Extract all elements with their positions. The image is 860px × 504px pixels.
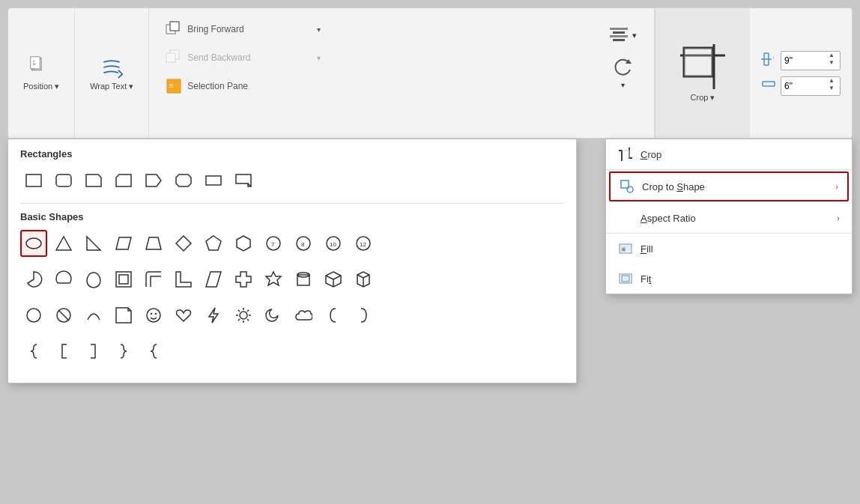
rotate-icon [612,58,633,79]
shape-rounded-rect[interactable] [50,167,77,194]
shape-pentagon[interactable] [200,230,227,257]
svg-line-64 [326,276,333,279]
shape-corner-round[interactable] [140,266,167,293]
height-field-row: ↕ 9" ▲ ▼ [761,51,841,70]
shape-brace-close[interactable] [110,338,137,365]
shape-dodecagon-12[interactable]: 12 [350,230,377,257]
shape-crescent[interactable] [260,302,287,329]
height-spinner[interactable]: ▲ ▼ [826,52,837,70]
height-up[interactable]: ▲ [826,52,837,59]
shape-picker-panel: Rectangles [7,139,577,383]
shape-bracket-one[interactable] [320,302,347,329]
shape-frame[interactable] [110,266,137,293]
crop-menu-crop[interactable]: Crop [606,139,852,170]
svg-marker-41 [87,237,100,250]
shape-ring[interactable] [20,302,47,329]
svg-line-83 [247,310,249,312]
crop-button[interactable]: Crop ▾ [667,40,739,107]
shape-chord[interactable] [50,266,77,293]
svg-line-81 [238,310,240,312]
shape-rect-small[interactable] [200,167,227,194]
shape-no-symbol[interactable] [50,302,77,329]
align-dropdown-arrow: ▾ [632,31,637,40]
shape-cylinder[interactable] [290,266,317,293]
svg-text:≡: ≡ [33,66,35,70]
shape-brace-open[interactable] [20,338,47,365]
height-field[interactable]: 9" ▲ ▼ [781,51,841,70]
shape-heart[interactable] [170,302,197,329]
shape-teardrop[interactable] [80,266,107,293]
crop-menu-fill[interactable]: ▣ Fill [606,234,852,264]
svg-marker-71 [116,308,131,323]
send-backward-arrow: ▾ [317,54,321,62]
align-icon [608,25,629,46]
shape-note[interactable] [110,302,137,329]
selection-pane-button[interactable]: ≡ Selection Pane [160,73,325,100]
shape-star6[interactable] [260,266,287,293]
shape-brace-open2[interactable] [140,338,167,365]
shape-arc[interactable] [80,302,107,329]
shape-hexagon[interactable] [230,230,257,257]
shape-right-triangle[interactable] [80,230,107,257]
shape-smiley[interactable] [140,302,167,329]
shape-snip-rect[interactable] [80,167,107,194]
crop-dropdown-menu: Crop Crop to Shape › Aspect Ratio › [605,139,853,294]
selection-pane-icon: ≡ [165,77,183,95]
svg-text:↕: ↕ [772,55,775,60]
height-down[interactable]: ▼ [826,59,837,67]
shape-parallelogram[interactable] [110,230,137,257]
shape-heptagon-7[interactable]: 7 [260,230,287,257]
svg-marker-40 [56,237,71,250]
shape-bracket-l[interactable] [50,338,77,365]
shape-sun[interactable] [230,302,257,329]
svg-rect-55 [116,272,131,287]
svg-text:7: 7 [271,241,275,248]
width-up[interactable]: ▲ [826,77,837,85]
fit-label: Fit [641,273,840,285]
fill-label: Fill [641,243,840,255]
width-field[interactable]: 6" ▲ ▼ [781,76,841,96]
shape-cube-iso[interactable] [350,266,377,293]
svg-rect-87 [621,180,629,188]
shape-trapezoid[interactable] [140,230,167,257]
wrap-text-icon [100,55,124,79]
bring-forward-button[interactable]: Bring Forward ▾ [160,16,325,43]
crop-menu-aspect-ratio[interactable]: Aspect Ratio › [606,203,852,234]
shape-bracket-two[interactable] [350,302,377,329]
svg-rect-56 [119,275,128,284]
crop-menu-crop-to-shape[interactable]: Crop to Shape › [609,171,849,201]
shape-rectangle[interactable] [20,167,47,194]
shape-diamond[interactable] [170,230,197,257]
width-spinner[interactable]: ▲ ▼ [826,77,837,95]
shape-l-shape[interactable] [170,266,197,293]
svg-point-76 [240,312,247,319]
shape-oval[interactable] [20,230,47,257]
position-section: ≡ ≡ ≡ Position ▾ [8,8,75,138]
shape-cloud[interactable] [290,302,317,329]
svg-text:↔: ↔ [766,90,771,92]
shape-bracket-r[interactable] [80,338,107,365]
svg-rect-11 [610,28,628,30]
shape-folded[interactable] [230,167,257,194]
send-backward-button[interactable]: Send Backward ▾ [160,44,325,71]
shape-triangle[interactable] [50,230,77,257]
shape-octagon-8[interactable]: 8 [290,230,317,257]
shape-lightning[interactable] [200,302,227,329]
shape-cross[interactable] [230,266,257,293]
rotate-button[interactable]: ▾ [606,55,639,92]
crop-icon [680,44,725,91]
shape-pie[interactable] [20,266,47,293]
align-button[interactable]: ▾ [602,22,643,49]
shape-cube[interactable] [320,266,347,293]
shape-diagonal-stripe[interactable] [200,266,227,293]
shape-snip-diag[interactable] [110,167,137,194]
shape-decagon-10[interactable]: 10 [320,230,347,257]
basic-shapes-row3 [20,302,564,329]
wrap-text-button[interactable]: Wrap Text ▾ [84,52,139,94]
width-down[interactable]: ▼ [826,85,837,92]
crop-menu-fit[interactable]: Fit [606,264,852,294]
position-button[interactable]: ≡ ≡ ≡ Position ▾ [17,52,65,94]
shape-snip-two[interactable] [170,167,197,194]
shape-tag[interactable] [140,167,167,194]
position-icon: ≡ ≡ ≡ [29,55,53,79]
